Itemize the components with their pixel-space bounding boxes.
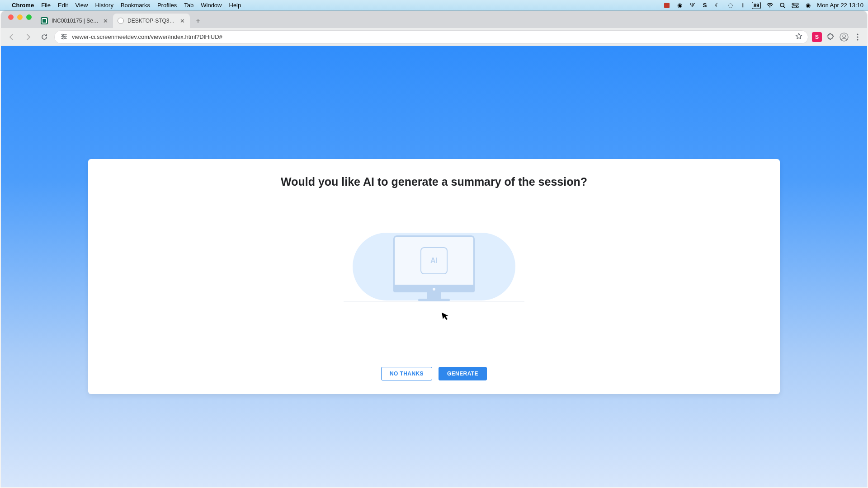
status-circle-icon[interactable]: ◌: [726, 2, 734, 9]
nav-reload-button[interactable]: [38, 31, 51, 43]
window-close-icon[interactable]: [8, 14, 14, 20]
monitor-stand-neck-icon: [427, 292, 441, 299]
status-spotlight-icon[interactable]: [779, 2, 786, 9]
monitor-bezel-icon: [393, 286, 475, 292]
nav-forward-button[interactable]: [22, 31, 34, 43]
tab-close-icon[interactable]: ✕: [179, 18, 185, 24]
chrome-menu-icon[interactable]: [853, 32, 863, 42]
status-red-square-icon[interactable]: [663, 2, 670, 9]
site-settings-icon[interactable]: [60, 33, 67, 41]
window-minimize-icon[interactable]: [17, 14, 23, 20]
toolbar-right-icons: S: [812, 32, 863, 42]
svg-point-4: [793, 3, 794, 4]
status-antler-icon[interactable]: Ѱ: [689, 2, 696, 9]
svg-point-13: [857, 39, 858, 40]
svg-line-1: [784, 6, 786, 8]
address-url: viewer-ci.screenmeetdev.com/viewer/index…: [72, 33, 791, 40]
monitor-icon: AI: [393, 235, 475, 301]
ai-chip-label: AI: [430, 257, 438, 265]
status-control-center-icon[interactable]: [792, 2, 799, 9]
window-controls: [5, 11, 36, 28]
favicon-servicenow-icon: [41, 17, 48, 24]
mac-menu-help[interactable]: Help: [229, 2, 241, 9]
page-viewport: Would you like AI to generate a summary …: [1, 46, 867, 487]
mac-menu-file[interactable]: File: [41, 2, 51, 9]
status-moon-icon[interactable]: ☾: [714, 2, 721, 9]
tab-title: DESKTOP-STQ36VR: [127, 18, 175, 24]
status-brave-icon[interactable]: ◉: [676, 2, 683, 9]
svg-rect-3: [792, 6, 798, 8]
mac-menu-history[interactable]: History: [95, 2, 113, 9]
dialog-actions: NO THANKS GENERATE: [381, 367, 487, 380]
profile-avatar-icon[interactable]: [839, 32, 849, 42]
monitor-stand-base-icon: [418, 299, 450, 301]
new-tab-button[interactable]: ＋: [192, 14, 204, 27]
status-battery-icon[interactable]: 89: [752, 2, 761, 9]
svg-point-11: [857, 33, 858, 35]
mac-menu-edit[interactable]: Edit: [58, 2, 68, 9]
extensions-icon[interactable]: [826, 32, 835, 42]
ai-chip-icon: AI: [420, 247, 448, 274]
browser-window: INC0010175 | ServiceNow ✕ DESKTOP-STQ36V…: [1, 11, 867, 487]
browser-toolbar: viewer-ci.screenmeetdev.com/viewer/index…: [1, 28, 867, 46]
mac-menubar-left: Chrome File Edit View History Bookmarks …: [5, 2, 241, 9]
tab-servicenow[interactable]: INC0010175 | ServiceNow ✕: [36, 14, 113, 28]
mac-menu-tab[interactable]: Tab: [184, 2, 193, 9]
address-bar[interactable]: viewer-ci.screenmeetdev.com/viewer/index…: [54, 30, 808, 44]
window-zoom-icon[interactable]: [26, 14, 32, 20]
svg-point-5: [796, 6, 797, 7]
ai-illustration: AI: [344, 220, 524, 301]
mac-app-name[interactable]: Chrome: [12, 2, 34, 9]
monitor-screen-icon: AI: [393, 235, 475, 286]
mac-menu-view[interactable]: View: [75, 2, 88, 9]
mouse-cursor-icon: [441, 311, 450, 323]
mac-menu-profiles[interactable]: Profiles: [157, 2, 177, 9]
status-wifi-icon[interactable]: [766, 2, 774, 9]
mac-clock[interactable]: Mon Apr 22 13:10: [817, 2, 863, 9]
svg-point-6: [62, 34, 63, 35]
ai-summary-dialog: Would you like AI to generate a summary …: [88, 159, 780, 394]
svg-point-10: [843, 35, 845, 38]
tab-strip: INC0010175 | ServiceNow ✕ DESKTOP-STQ36V…: [1, 11, 867, 28]
generate-button[interactable]: GENERATE: [439, 367, 487, 380]
tab-close-icon[interactable]: ✕: [102, 18, 108, 24]
status-s-letter-icon[interactable]: S: [701, 2, 708, 9]
mac-menubar-right: ◉ Ѱ S ☾ ◌ ⦀ 89 ◉ Mon Apr 22 13:10: [663, 2, 863, 9]
svg-point-7: [64, 36, 66, 37]
tab-title: INC0010175 | ServiceNow: [52, 18, 99, 24]
status-siri-icon[interactable]: ◉: [804, 2, 811, 9]
mac-menu-bookmarks[interactable]: Bookmarks: [121, 2, 150, 9]
favicon-generic-icon: [118, 18, 124, 24]
mac-menu-window[interactable]: Window: [201, 2, 222, 9]
dialog-title: Would you like AI to generate a summary …: [281, 175, 587, 188]
nav-back-button[interactable]: [5, 31, 18, 43]
bookmark-star-icon[interactable]: [795, 33, 802, 41]
no-thanks-button[interactable]: NO THANKS: [381, 367, 432, 380]
tab-desktop-viewer[interactable]: DESKTOP-STQ36VR ✕: [113, 14, 190, 28]
status-tally-icon[interactable]: ⦀: [739, 2, 746, 9]
extension-badge-icon[interactable]: S: [812, 32, 822, 42]
svg-point-12: [857, 36, 858, 38]
svg-point-8: [62, 38, 64, 39]
svg-point-0: [780, 3, 784, 6]
svg-rect-2: [792, 3, 798, 5]
mac-menubar: Chrome File Edit View History Bookmarks …: [0, 0, 868, 11]
